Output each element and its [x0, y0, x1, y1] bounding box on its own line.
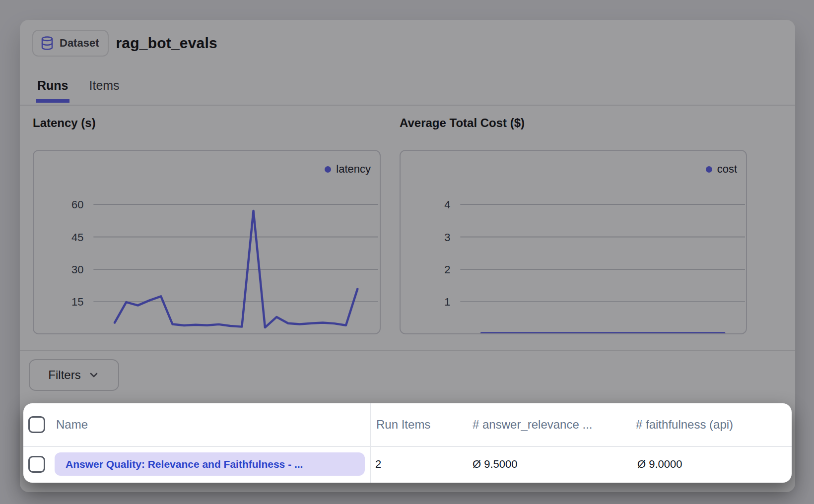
svg-text:45: 45 [71, 231, 83, 244]
column-header-run-items[interactable]: Run Items [376, 403, 430, 446]
svg-text:1: 1 [444, 296, 450, 308]
card-header: Dataset rag_bot_evals [32, 30, 217, 57]
latency-legend-dot [325, 166, 331, 173]
row-checkbox[interactable] [28, 456, 45, 473]
page-title: rag_bot_evals [116, 35, 217, 52]
cost-chart: 4321 cost [400, 150, 747, 334]
run-items-cell: 2 [375, 446, 381, 483]
tab-items[interactable]: Items [88, 75, 121, 103]
svg-text:15: 15 [71, 296, 83, 308]
latency-chart-svg: 60453015 [34, 151, 380, 333]
cost-legend: cost [706, 163, 737, 176]
table-row[interactable]: Answer Quality: Relevance and Faithfulne… [23, 446, 792, 483]
run-name-label: Answer Quality: Relevance and Faithfulne… [66, 458, 303, 470]
cost-legend-label: cost [717, 163, 737, 176]
answer-relevance-cell: Ø 9.5000 [473, 446, 518, 483]
svg-text:30: 30 [71, 263, 83, 276]
filters-section-divider [20, 350, 795, 351]
svg-text:4: 4 [444, 198, 450, 211]
filters-button[interactable]: Filters [29, 359, 119, 391]
column-header-name[interactable]: Name [56, 403, 88, 446]
chevron-down-icon [88, 369, 100, 381]
cost-legend-dot [706, 166, 712, 173]
select-all-checkbox[interactable] [28, 416, 45, 433]
filters-button-label: Filters [48, 368, 80, 382]
dataset-badge-label: Dataset [60, 37, 99, 50]
run-name-link[interactable]: Answer Quality: Relevance and Faithfulne… [55, 452, 365, 476]
latency-chart-title: Latency (s) [33, 116, 96, 130]
svg-text:60: 60 [71, 198, 83, 211]
dataset-badge: Dataset [32, 30, 109, 57]
cost-chart-svg: 4321 [401, 151, 746, 333]
latency-legend: latency [325, 163, 371, 176]
svg-text:3: 3 [444, 231, 450, 244]
latency-chart: 60453015 latency [33, 150, 381, 334]
runs-table: Name Run Items # answer_relevance ... # … [23, 403, 792, 483]
table-column-divider [370, 403, 371, 483]
table-header-row: Name Run Items # answer_relevance ... # … [23, 403, 792, 447]
faithfulness-cell: Ø 9.0000 [637, 446, 682, 483]
database-icon [40, 35, 55, 51]
screen: Dataset rag_bot_evals Runs Items Latency… [0, 0, 814, 504]
tabs: Runs Items [36, 75, 121, 103]
latency-legend-label: latency [336, 163, 371, 176]
svg-text:2: 2 [444, 263, 450, 276]
column-header-faithfulness[interactable]: # faithfulness (api) [636, 403, 733, 446]
tabs-divider [20, 105, 795, 106]
tab-runs[interactable]: Runs [36, 75, 69, 103]
column-header-answer-relevance[interactable]: # answer_relevance ... [473, 403, 592, 446]
cost-chart-title: Average Total Cost ($) [400, 116, 525, 130]
